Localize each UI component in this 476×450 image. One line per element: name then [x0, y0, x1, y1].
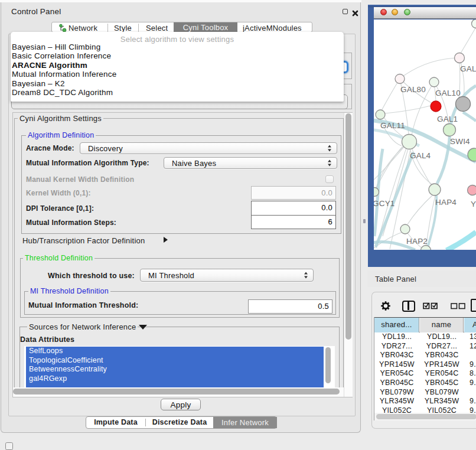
svg-text:GAL1: GAL1 [437, 115, 458, 123]
svg-text:GAL11: GAL11 [380, 121, 405, 130]
svg-text:SWI4: SWI4 [450, 137, 470, 146]
svg-text:HAP4: HAP4 [435, 198, 457, 207]
svg-text:GAL10: GAL10 [435, 89, 461, 97]
svg-text:Y: Y [471, 200, 476, 208]
svg-text:GAL7: GAL7 [460, 64, 476, 73]
svg-text:GCY1: GCY1 [374, 199, 395, 208]
svg-text:GAL4: GAL4 [410, 151, 431, 160]
svg-text:GAL80: GAL80 [400, 85, 426, 94]
svg-text:HAP2: HAP2 [406, 237, 428, 246]
